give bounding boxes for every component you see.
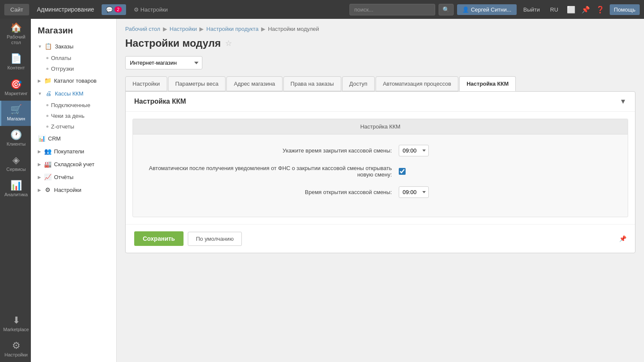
sidebar-item-clients[interactable]: 🕐 Клиенты xyxy=(0,126,31,151)
nav-item-kkm[interactable]: ▼ 🖨 Кассы ККМ xyxy=(31,87,116,100)
nav-label-connected: Подключенные xyxy=(51,102,90,108)
home-icon: 🏠 xyxy=(10,23,22,33)
nav-label-kkm: Кассы ККМ xyxy=(55,90,84,97)
module-card-title: Настройка ККМ xyxy=(134,98,186,105)
sidebar-item-marketplace[interactable]: ⬇ Marketplace xyxy=(0,311,31,337)
nav-sub-item-zreports[interactable]: Z-отчеты xyxy=(31,121,116,132)
nav-item-crm[interactable]: 📊 CRM xyxy=(31,132,116,145)
tab-automation[interactable]: Автоматизация процессов xyxy=(376,76,458,91)
breadcrumb-sep-1: ▶ xyxy=(163,26,167,32)
close-time-select[interactable]: 00:0001:0002:0003:0004:0005:0006:0007:00… xyxy=(399,145,429,156)
chevron-right-icon: ▶ xyxy=(38,162,41,167)
nav-label-orders: Заказы xyxy=(55,43,73,50)
sidebar-label-services: Сервисы xyxy=(6,167,26,172)
nav-item-reports[interactable]: ▶ 📈 Отчёты xyxy=(31,171,116,183)
nav-label-nav-settings: Настройки xyxy=(54,187,81,193)
chevron-right-icon: ▶ xyxy=(38,175,41,180)
tab-order-rights[interactable]: Права на заказы xyxy=(283,76,341,91)
nav-label-catalog: Каталог товаров xyxy=(54,78,96,84)
close-time-label: Укажите время закрытия кассовой смены: xyxy=(141,147,399,154)
cart-icon: 🛒 xyxy=(10,105,22,114)
tab-weight[interactable]: Параметры веса xyxy=(168,76,226,91)
auto-open-control xyxy=(399,168,406,175)
breadcrumb-sep-2: ▶ xyxy=(199,26,204,32)
favorite-button[interactable]: ☆ xyxy=(225,39,232,48)
settings-icon: ⚙ xyxy=(12,341,21,350)
sidebar-item-services[interactable]: ◈ Сервисы xyxy=(0,151,31,177)
nav-item-orders[interactable]: ▼ 📋 Заказы xyxy=(31,40,116,53)
dot-icon xyxy=(46,57,48,59)
sidebar-item-content[interactable]: 📄 Контент xyxy=(0,50,31,75)
nav-label-payments: Оплаты xyxy=(51,55,71,61)
sidebar-item-dashboard[interactable]: 🏠 Рабочий стол xyxy=(0,19,31,50)
nav-sub-item-connected[interactable]: Подключенные xyxy=(31,100,116,111)
dot-icon xyxy=(46,126,48,128)
nav-item-warehouse[interactable]: ▶ 🏭 Складской учет xyxy=(31,158,116,171)
nav-sub-item-shipments[interactable]: Отгрузки xyxy=(31,63,116,74)
pin-icon-button[interactable]: 📌 xyxy=(580,4,592,15)
services-icon: ◈ xyxy=(12,156,20,165)
breadcrumb-sep-3: ▶ xyxy=(261,26,265,32)
nav-sub-item-payments[interactable]: Оплаты xyxy=(31,53,116,63)
open-time-select[interactable]: 00:0001:0002:0003:0004:0005:0006:0007:00… xyxy=(399,186,429,198)
dot-icon xyxy=(46,68,48,70)
target-icon: 🎯 xyxy=(10,80,22,89)
tab-access[interactable]: Доступ xyxy=(342,76,375,91)
nav-label-shipments: Отгрузки xyxy=(51,66,74,72)
collapse-button[interactable]: ▼ xyxy=(620,98,626,105)
open-time-control: 00:0001:0002:0003:0004:0005:0006:0007:00… xyxy=(399,186,429,198)
sidebar-item-shop[interactable]: 🛒 Магазин xyxy=(0,101,31,126)
catalog-icon: 📁 xyxy=(44,77,51,84)
warehouse-icon: 🏭 xyxy=(44,160,51,168)
content-area: Рабочий стол ▶ Настройки ▶ Настройки про… xyxy=(117,19,644,362)
save-button[interactable]: Сохранить xyxy=(134,231,184,246)
breadcrumb-product-settings[interactable]: Настройки продукта xyxy=(206,26,259,32)
default-button[interactable]: По умолчанию xyxy=(188,232,242,246)
logout-button[interactable]: Выйти xyxy=(520,4,544,15)
language-button[interactable]: RU xyxy=(547,4,562,15)
nav-label-buyers: Покупатели xyxy=(54,148,84,155)
nav-item-catalog[interactable]: ▶ 📁 Каталог товаров xyxy=(31,74,116,87)
sidebar-label-marketplace: Marketplace xyxy=(3,327,29,332)
dot-icon xyxy=(46,115,48,117)
topbar: Сайт Администрирование 💬 2 ⚙ Настройки 🔍… xyxy=(0,0,644,19)
user-button[interactable]: 👤 Сергей Ситни... xyxy=(457,4,516,15)
kkm-section: Настройка ККМ Укажите время закрытия кас… xyxy=(132,119,628,217)
buyers-icon: 👥 xyxy=(44,147,51,155)
search-button[interactable]: 🔍 xyxy=(439,4,454,15)
nav-sidebar-title: Магазин xyxy=(31,19,116,40)
auto-open-label: Автоматически после получения уведомлени… xyxy=(141,165,399,178)
nav-sub-item-receipts[interactable]: Чеки за день xyxy=(31,111,116,121)
breadcrumb-dashboard[interactable]: Рабочий стол xyxy=(125,26,160,32)
nav-item-buyers[interactable]: ▶ 👥 Покупатели xyxy=(31,145,116,158)
tab-address[interactable]: Адрес магазина xyxy=(226,76,282,91)
module-card-header: Настройка ККМ ▼ xyxy=(126,92,635,112)
notification-badge: 2 xyxy=(114,6,121,12)
chevron-right-icon: ▶ xyxy=(38,149,41,154)
window-icon-button[interactable]: ⬜ xyxy=(565,4,577,15)
help-button[interactable]: Помощь xyxy=(610,4,640,15)
tab-kkm[interactable]: Настройка ККМ xyxy=(459,76,516,91)
notifications-button[interactable]: 💬 2 xyxy=(102,4,126,15)
breadcrumb-settings[interactable]: Настройки xyxy=(170,26,197,32)
card-footer: Сохранить По умолчанию 📌 xyxy=(126,224,635,253)
tab-settings[interactable]: Настройки xyxy=(125,76,167,91)
nav-item-nav-settings[interactable]: ▶ ⚙ Настройки xyxy=(31,183,116,196)
auto-open-checkbox[interactable] xyxy=(399,168,406,175)
orders-icon: 📋 xyxy=(45,42,52,50)
reports-icon: 📈 xyxy=(44,173,51,181)
store-select[interactable]: Интернет-магазин xyxy=(125,56,202,69)
search-input[interactable] xyxy=(349,4,435,15)
sidebar-item-settings[interactable]: ⚙ Настройки xyxy=(0,337,31,362)
site-button[interactable]: Сайт xyxy=(4,4,29,15)
store-selector: Интернет-магазин xyxy=(125,56,635,69)
sidebar-item-analytics[interactable]: 📊 Аналитика xyxy=(0,177,31,202)
form-row-close-time: Укажите время закрытия кассовой смены: 0… xyxy=(141,145,619,156)
help-icon-button[interactable]: ❓ xyxy=(594,4,606,15)
sidebar-label-dashboard: Рабочий стол xyxy=(3,34,29,45)
dot-icon xyxy=(46,104,48,106)
sidebar-item-marketing[interactable]: 🎯 Маркетинг xyxy=(0,75,31,101)
topbar-settings-button[interactable]: ⚙ Настройки xyxy=(129,4,172,15)
chevron-right-icon: ▶ xyxy=(38,188,41,192)
open-time-label: Время открытия кассовой смены: xyxy=(141,189,399,195)
